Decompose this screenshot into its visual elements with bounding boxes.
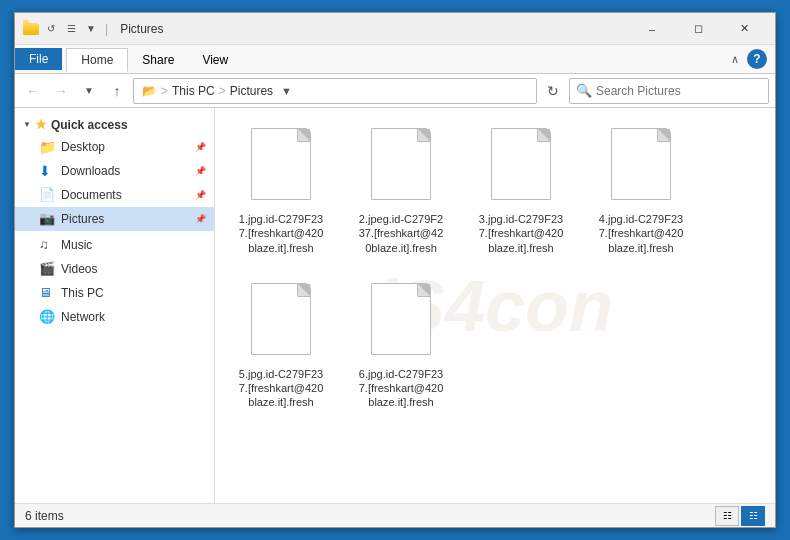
- file-item-5[interactable]: 6.jpg.id-C279F237.[freshkart@420blaze.it…: [351, 279, 451, 414]
- videos-icon: 🎬: [39, 261, 55, 277]
- other-locations-section: ♫ Music 🎬 Videos 🖥 This PC 🌐 Network: [15, 233, 214, 329]
- file-name-4: 5.jpg.id-C279F237.[freshkart@420blaze.it…: [239, 367, 324, 410]
- file-page-1: [371, 128, 431, 200]
- file-name-0: 1.jpg.id-C279F237.[freshkart@420blaze.it…: [239, 212, 324, 255]
- search-box[interactable]: 🔍: [569, 78, 769, 104]
- maximize-button[interactable]: ◻: [675, 13, 721, 45]
- pictures-icon: 📷: [39, 211, 55, 227]
- file-icon-0: [246, 128, 316, 208]
- file-icon-4: [246, 283, 316, 363]
- sidebar-documents-label: Documents: [61, 188, 122, 202]
- status-bar: 6 items ☷ ☷: [15, 503, 775, 527]
- file-item-2[interactable]: 3.jpg.id-C279F237.[freshkart@420blaze.it…: [471, 124, 571, 259]
- sidebar-item-downloads[interactable]: ⬇ Downloads 📌: [15, 159, 214, 183]
- main-area: ▼ ★ Quick access 📁 Desktop 📌 ⬇ Downloads…: [15, 108, 775, 503]
- file-page-4: [251, 283, 311, 355]
- documents-icon: 📄: [39, 187, 55, 203]
- quick-access-label: Quick access: [51, 118, 128, 132]
- address-bar: ← → ▼ ↑ 📂 > This PC > Pictures ▼ ↻ 🔍: [15, 74, 775, 108]
- quick-access-section: ▼ ★ Quick access 📁 Desktop 📌 ⬇ Downloads…: [15, 114, 214, 231]
- search-input[interactable]: [596, 84, 762, 98]
- qat-undo[interactable]: ↺: [43, 21, 59, 37]
- downloads-icon: ⬇: [39, 163, 55, 179]
- breadcrumb-thispc-label: This PC: [172, 84, 215, 98]
- pin-icon-pictures: 📌: [195, 214, 206, 224]
- file-icon-3: [606, 128, 676, 208]
- view-toggle: ☷ ☷: [715, 506, 765, 526]
- breadcrumb-thispc: 📂: [142, 84, 157, 98]
- breadcrumb-pictures: Pictures: [230, 84, 273, 98]
- tab-file[interactable]: File: [15, 48, 62, 70]
- pin-icon-documents: 📌: [195, 190, 206, 200]
- window: ↺ ☰ ▼ | Pictures – ◻ ✕ File Home Share V…: [14, 12, 776, 528]
- up-dropdown-button[interactable]: ▼: [77, 79, 101, 103]
- ribbon-tab-row: File Home Share View ∧ ?: [15, 45, 775, 73]
- sidebar-item-desktop[interactable]: 📁 Desktop 📌: [15, 135, 214, 159]
- minimize-button[interactable]: –: [629, 13, 675, 45]
- sidebar: ▼ ★ Quick access 📁 Desktop 📌 ⬇ Downloads…: [15, 108, 215, 503]
- tab-home[interactable]: Home: [66, 48, 128, 72]
- files-grid: 1.jpg.id-C279F237.[freshkart@420blaze.it…: [231, 124, 759, 414]
- file-item-0[interactable]: 1.jpg.id-C279F237.[freshkart@420blaze.it…: [231, 124, 331, 259]
- file-page-2: [491, 128, 551, 200]
- file-icon-1: [366, 128, 436, 208]
- sidebar-videos-label: Videos: [61, 262, 97, 276]
- tab-share[interactable]: Share: [128, 48, 188, 71]
- address-chevron-icon[interactable]: ▼: [281, 85, 292, 97]
- file-page-5: [371, 283, 431, 355]
- sidebar-pictures-label: Pictures: [61, 212, 104, 226]
- address-box[interactable]: 📂 > This PC > Pictures ▼: [133, 78, 537, 104]
- breadcrumb-sep1: >: [161, 84, 168, 98]
- file-item-4[interactable]: 5.jpg.id-C279F237.[freshkart@420blaze.it…: [231, 279, 331, 414]
- forward-button[interactable]: →: [49, 79, 73, 103]
- sidebar-desktop-label: Desktop: [61, 140, 105, 154]
- desktop-folder-icon: 📁: [39, 139, 55, 155]
- sidebar-downloads-label: Downloads: [61, 164, 120, 178]
- tab-view[interactable]: View: [188, 48, 242, 71]
- quick-access-header[interactable]: ▼ ★ Quick access: [15, 114, 214, 135]
- file-item-1[interactable]: 2.jpeg.id-C279F237.[freshkart@420blaze.i…: [351, 124, 451, 259]
- file-page-3: [611, 128, 671, 200]
- file-icon-5: [366, 283, 436, 363]
- pin-icon-desktop: 📌: [195, 142, 206, 152]
- thispc-icon: 🖥: [39, 285, 55, 301]
- breadcrumb-sep2: >: [219, 84, 226, 98]
- view-icons-button[interactable]: ☷: [741, 506, 765, 526]
- file-area: iS4con 1.jpg.id-C279F237.[freshkart@420b…: [215, 108, 775, 503]
- view-details-button[interactable]: ☷: [715, 506, 739, 526]
- star-icon: ★: [35, 117, 47, 132]
- file-name-3: 4.jpg.id-C279F237.[freshkart@420blaze.it…: [599, 212, 684, 255]
- ribbon-collapse-icon[interactable]: ∧: [731, 53, 739, 66]
- file-icon-2: [486, 128, 556, 208]
- search-icon: 🔍: [576, 83, 592, 98]
- sidebar-thispc-label: This PC: [61, 286, 104, 300]
- file-name-2: 3.jpg.id-C279F237.[freshkart@420blaze.it…: [479, 212, 564, 255]
- help-icon[interactable]: ?: [747, 49, 767, 69]
- back-button[interactable]: ←: [21, 79, 45, 103]
- sidebar-item-videos[interactable]: 🎬 Videos: [15, 257, 214, 281]
- status-item-count: 6 items: [25, 509, 64, 523]
- file-name-5: 6.jpg.id-C279F237.[freshkart@420blaze.it…: [359, 367, 444, 410]
- sidebar-item-music[interactable]: ♫ Music: [15, 233, 214, 257]
- title-bar-icon-group: ↺ ☰ ▼ | Pictures: [23, 21, 629, 37]
- window-title: Pictures: [120, 22, 163, 36]
- up-button[interactable]: ↑: [105, 79, 129, 103]
- close-button[interactable]: ✕: [721, 13, 767, 45]
- file-item-3[interactable]: 4.jpg.id-C279F237.[freshkart@420blaze.it…: [591, 124, 691, 259]
- sidebar-item-documents[interactable]: 📄 Documents 📌: [15, 183, 214, 207]
- qat-dropdown[interactable]: ▼: [83, 21, 99, 37]
- sidebar-music-label: Music: [61, 238, 92, 252]
- expand-icon: ▼: [23, 120, 31, 129]
- file-name-1: 2.jpeg.id-C279F237.[freshkart@420blaze.i…: [359, 212, 444, 255]
- sidebar-item-pictures[interactable]: 📷 Pictures 📌: [15, 207, 214, 231]
- title-bar: ↺ ☰ ▼ | Pictures – ◻ ✕: [15, 13, 775, 45]
- file-page-0: [251, 128, 311, 200]
- refresh-button[interactable]: ↻: [541, 79, 565, 103]
- window-controls: – ◻ ✕: [629, 13, 767, 45]
- sidebar-item-network[interactable]: 🌐 Network: [15, 305, 214, 329]
- sidebar-item-thispc[interactable]: 🖥 This PC: [15, 281, 214, 305]
- sidebar-network-label: Network: [61, 310, 105, 324]
- network-icon: 🌐: [39, 309, 55, 325]
- ribbon: File Home Share View ∧ ?: [15, 45, 775, 74]
- qat-properties[interactable]: ☰: [63, 21, 79, 37]
